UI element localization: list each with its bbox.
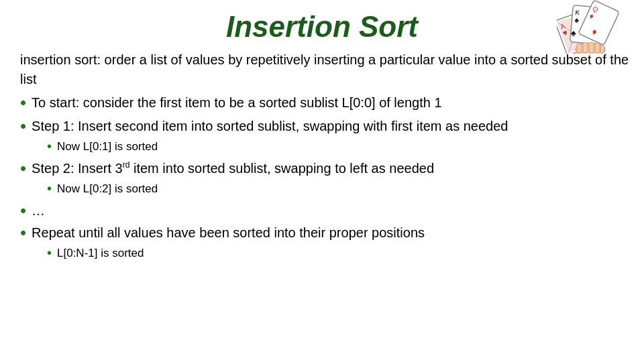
bullet-ellipsis: • … — [20, 201, 631, 221]
sub-bullet-text-step2: Now L[0:2] is sorted — [57, 181, 631, 197]
slide-title: Insertion Sort — [13, 7, 631, 44]
sub-bullet-dot-step2: • — [47, 181, 52, 196]
bullet-step2: • Step 2: Insert 3rd item into sorted su… — [20, 159, 631, 178]
content-area: insertion sort: order a list of values b… — [13, 50, 631, 261]
sub-bullet-dot-step1: • — [47, 139, 52, 154]
sub-bullet-repeat: • L[0:N-1] is sorted — [47, 245, 631, 261]
bullet-dot-start: • — [20, 93, 26, 113]
bullet-to-start: • To start: consider the first item to b… — [20, 93, 631, 113]
svg-rect-17 — [589, 42, 594, 53]
intro-text: insertion sort: order a list of values b… — [20, 50, 631, 89]
sub-bullet-step1: • Now L[0:1] is sorted — [47, 139, 631, 155]
bullet-text-step2: Step 2: Insert 3rd item into sorted subl… — [32, 159, 631, 178]
bullet-step1: • Step 1: Insert second item into sorted… — [20, 117, 631, 136]
bullet-dot-step1: • — [20, 117, 26, 136]
bullet-dot-ellipsis: • — [20, 201, 26, 221]
header-area: Insertion Sort A ♥ K ♠ — [13, 0, 631, 44]
sub-bullet-dot-repeat: • — [47, 245, 52, 260]
bullet-text-start: To start: consider the first item to be … — [32, 93, 631, 113]
svg-rect-18 — [595, 43, 600, 53]
step2-text-after: item into sorted sublist, swapping to le… — [129, 161, 434, 176]
svg-rect-15 — [577, 44, 582, 53]
step2-text-before: Step 2: Insert 3 — [32, 161, 123, 176]
bullet-text-ellipsis: … — [32, 201, 631, 221]
bullet-dot-step2: • — [20, 159, 26, 178]
bullet-repeat: • Repeat until all values have been sort… — [20, 223, 631, 243]
bullet-dot-repeat: • — [20, 223, 26, 243]
slide-container: Insertion Sort A ♥ K ♠ — [0, 0, 644, 362]
bullet-text-repeat: Repeat until all values have been sorted… — [32, 223, 631, 243]
step2-superscript: rd — [123, 160, 130, 170]
sub-bullet-text-repeat: L[0:N-1] is sorted — [57, 245, 631, 261]
svg-rect-16 — [583, 42, 588, 53]
svg-rect-19 — [600, 45, 604, 53]
sub-bullet-text-step1: Now L[0:1] is sorted — [57, 139, 631, 155]
sub-bullet-step2: • Now L[0:2] is sorted — [47, 181, 631, 197]
bullet-text-step1: Step 1: Insert second item into sorted s… — [32, 117, 631, 136]
card-image: A ♥ K ♠ ♠ Q ♦ ♦ — [557, 0, 624, 54]
